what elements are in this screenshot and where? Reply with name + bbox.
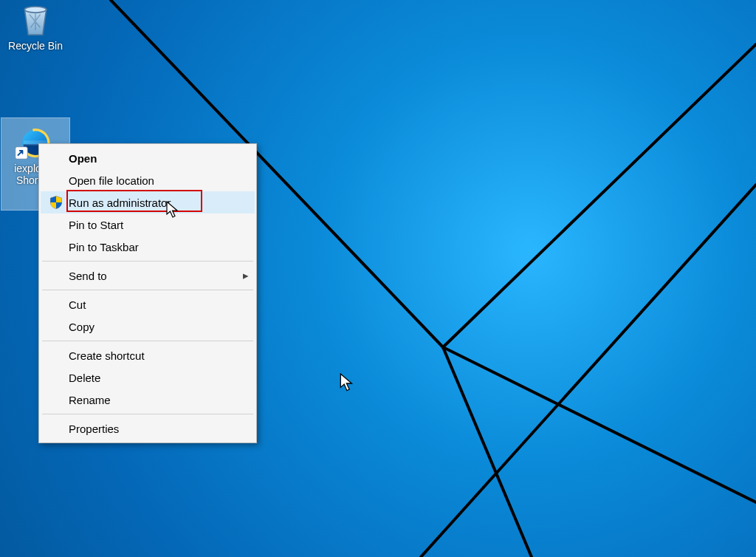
menu-item-delete[interactable]: Delete xyxy=(41,366,255,389)
menu-item-label: Create shortcut xyxy=(69,349,249,362)
menu-separator xyxy=(42,290,253,290)
menu-item-label: Run as administrator xyxy=(69,197,249,209)
desktop-icon-recycle-bin[interactable]: Recycle Bin xyxy=(1,0,69,52)
menu-item-label: Pin to Start xyxy=(69,219,249,231)
menu-item-create-shortcut[interactable]: Create shortcut xyxy=(41,344,255,366)
desktop-icon-label: Recycle Bin xyxy=(8,40,63,52)
menu-item-open[interactable]: Open xyxy=(41,147,255,169)
menu-item-cut[interactable]: Cut xyxy=(41,293,255,315)
menu-separator xyxy=(42,414,253,414)
menu-item-label: Rename xyxy=(69,394,249,406)
uac-shield-icon xyxy=(44,195,69,210)
menu-item-pin-to-taskbar[interactable]: Pin to Taskbar xyxy=(41,236,255,258)
menu-separator xyxy=(42,261,253,262)
svg-point-0 xyxy=(24,7,46,13)
recycle-bin-icon xyxy=(16,0,55,38)
menu-item-label: Send to xyxy=(69,270,237,282)
menu-item-rename[interactable]: Rename xyxy=(41,389,255,411)
submenu-arrow-icon: ▸ xyxy=(237,269,249,282)
context-menu: Open Open file location Run as administr… xyxy=(38,143,257,443)
menu-item-run-as-administrator[interactable]: Run as administrator xyxy=(41,191,255,213)
menu-separator xyxy=(42,341,253,341)
shortcut-overlay-icon xyxy=(15,146,28,160)
menu-item-label: Copy xyxy=(69,321,249,333)
menu-item-properties[interactable]: Properties xyxy=(41,417,255,440)
menu-item-open-file-location[interactable]: Open file location xyxy=(41,169,255,191)
menu-item-label: Delete xyxy=(69,372,249,384)
svg-rect-4 xyxy=(16,147,28,160)
menu-item-label: Cut xyxy=(69,298,249,311)
menu-item-label: Open xyxy=(69,152,249,165)
menu-item-label: Open file location xyxy=(69,174,249,187)
menu-item-pin-to-start[interactable]: Pin to Start xyxy=(41,213,255,236)
menu-item-label: Pin to Taskbar xyxy=(69,241,249,253)
menu-item-label: Properties xyxy=(69,423,249,435)
menu-item-copy[interactable]: Copy xyxy=(41,315,255,338)
menu-item-send-to[interactable]: Send to ▸ xyxy=(41,264,255,287)
